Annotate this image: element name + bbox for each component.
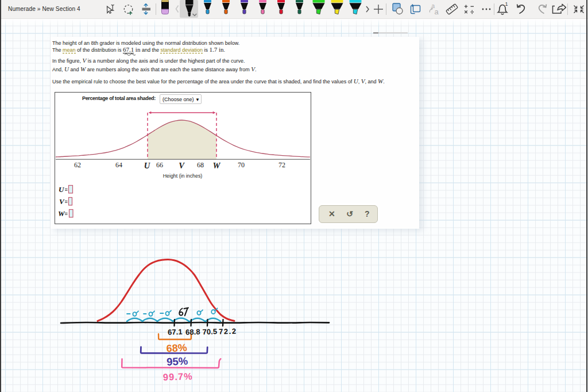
- svg-text:99.7%: 99.7%: [163, 371, 193, 382]
- svg-text:95%: 95%: [167, 355, 188, 368]
- svg-text:68: 68: [197, 161, 204, 169]
- svg-text:72: 72: [278, 161, 285, 169]
- svg-text:W: W: [58, 209, 65, 218]
- svg-text:72.2: 72.2: [219, 326, 237, 336]
- svg-text:67.1: 67.1: [168, 328, 183, 337]
- svg-text:Height (in inches): Height (in inches): [163, 173, 203, 179]
- svg-text:64: 64: [115, 161, 122, 169]
- svg-text:68%: 68%: [166, 342, 187, 355]
- svg-text:70.5: 70.5: [202, 327, 217, 336]
- svg-text:V: V: [179, 161, 185, 170]
- svg-text:66: 66: [156, 161, 163, 169]
- svg-text:U: U: [59, 185, 64, 194]
- svg-text:70: 70: [238, 161, 245, 169]
- svg-text:68.8: 68.8: [185, 328, 200, 337]
- svg-text:V: V: [59, 197, 65, 206]
- svg-text:U: U: [144, 161, 151, 170]
- svg-text:62: 62: [74, 161, 81, 169]
- svg-text:W: W: [213, 161, 221, 170]
